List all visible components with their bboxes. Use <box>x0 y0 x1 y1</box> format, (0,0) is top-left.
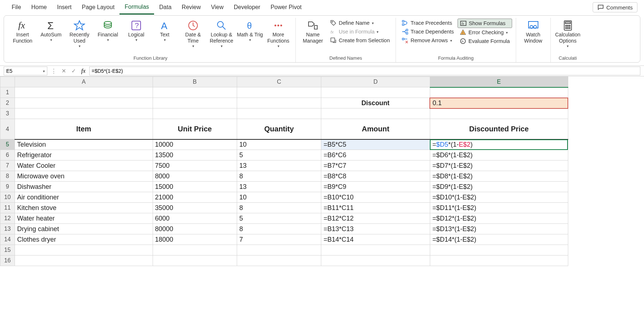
row-header[interactable]: 3 <box>0 108 15 119</box>
cell[interactable]: 8 <box>237 171 321 182</box>
row-header[interactable]: 11 <box>0 203 15 213</box>
cell[interactable]: =B11*C11 <box>321 203 430 213</box>
cell[interactable] <box>430 87 568 98</box>
cell[interactable] <box>237 87 321 98</box>
tab-view[interactable]: View <box>206 0 228 15</box>
cell[interactable]: =$D10*(1-E$2) <box>430 192 568 203</box>
formula-input[interactable]: =$D5*(1-E$2) <box>89 67 640 75</box>
more-icon[interactable]: ⋮ <box>50 68 58 74</box>
row-header[interactable]: 12 <box>0 213 15 224</box>
cell[interactable] <box>153 87 237 98</box>
show-formulas-button[interactable]: fx Show Formulas <box>458 19 512 28</box>
more-functions-button[interactable]: More Functions ▾ <box>264 18 292 50</box>
cell[interactable] <box>237 108 321 119</box>
cell[interactable]: =$D9*(1-E$2) <box>430 182 568 192</box>
cell[interactable]: =B6*C6 <box>321 150 430 161</box>
cell[interactable]: Water Cooler <box>15 161 153 171</box>
cell[interactable]: =B13*C13 <box>321 224 430 234</box>
trace-dependents-button[interactable]: Trace Dependents <box>400 27 456 36</box>
cell[interactable] <box>321 245 430 255</box>
trace-precedents-button[interactable]: Trace Precedents <box>400 19 456 27</box>
cell[interactable]: 80000 <box>153 224 237 234</box>
row-header[interactable]: 4 <box>0 119 15 139</box>
cell[interactable] <box>430 245 568 255</box>
cell[interactable]: 7 <box>237 234 321 245</box>
cell[interactable] <box>15 87 153 98</box>
cell[interactable]: Dishwasher <box>15 182 153 192</box>
cell[interactable]: 8000 <box>153 171 237 182</box>
cell[interactable]: 13 <box>237 182 321 192</box>
name-box[interactable]: E5 ▾ <box>4 67 47 75</box>
cell-discount-value[interactable]: 0.1 <box>430 98 568 108</box>
cell[interactable]: Television <box>15 139 153 150</box>
cell[interactable]: Clothes dryer <box>15 234 153 245</box>
cell[interactable]: =B10*C10 <box>321 192 430 203</box>
row-header[interactable]: 14 <box>0 234 15 245</box>
cell[interactable] <box>321 255 430 266</box>
cell[interactable] <box>15 255 153 266</box>
cell[interactable]: 5 <box>237 150 321 161</box>
header-cell-discounted-price[interactable]: Discounted Price <box>430 119 568 139</box>
cell-discount-label[interactable]: Discount <box>321 98 430 108</box>
cell[interactable]: =B9*C9 <box>321 182 430 192</box>
cell[interactable] <box>15 108 153 119</box>
insert-function-button[interactable]: fx Insert Function <box>8 18 37 45</box>
row-header[interactable]: 1 <box>0 87 15 98</box>
cell[interactable]: 10000 <box>153 139 237 150</box>
col-header-a[interactable]: A <box>15 77 153 87</box>
tab-page-layout[interactable]: Page Layout <box>76 0 119 15</box>
comments-button[interactable]: Comments <box>593 2 637 12</box>
cell[interactable] <box>430 255 568 266</box>
evaluate-formula-button[interactable]: fx Evaluate Formula <box>458 37 512 45</box>
cell[interactable]: =$D8*(1-E$2) <box>430 171 568 182</box>
cell[interactable]: 15000 <box>153 182 237 192</box>
cell[interactable]: 21000 <box>153 192 237 203</box>
cell[interactable]: 7500 <box>153 161 237 171</box>
create-from-selection-button[interactable]: Create from Selection <box>328 36 392 45</box>
cell[interactable]: =B7*C7 <box>321 161 430 171</box>
cell[interactable]: =$D13*(1-E$2) <box>430 224 568 234</box>
col-header-e[interactable]: E <box>430 77 568 87</box>
cell[interactable]: Drying cabinet <box>15 224 153 234</box>
tab-data[interactable]: Data <box>154 0 177 15</box>
cell[interactable] <box>237 255 321 266</box>
cell-active[interactable]: =$D5*(1-E$2) <box>430 139 568 150</box>
row-header[interactable]: 10 <box>0 192 15 203</box>
use-in-formula-button[interactable]: fx Use in Formula ▾ <box>328 27 392 36</box>
tab-power-pivot[interactable]: Power Pivot <box>266 0 307 15</box>
header-cell-unit-price[interactable]: Unit Price <box>153 119 237 139</box>
remove-arrows-button[interactable]: Remove Arrows ▾ <box>400 36 456 45</box>
tab-insert[interactable]: Insert <box>52 0 76 15</box>
date-time-button[interactable]: Date & Time ▾ <box>179 18 207 50</box>
cell[interactable]: =$D11*(1-E$2) <box>430 203 568 213</box>
cell[interactable]: =$D7*(1-E$2) <box>430 161 568 171</box>
cell[interactable] <box>153 108 237 119</box>
cell[interactable] <box>237 98 321 108</box>
cell[interactable]: 10 <box>237 192 321 203</box>
fx-icon[interactable]: fx <box>80 68 87 74</box>
cell[interactable] <box>153 98 237 108</box>
row-header[interactable]: 2 <box>0 98 15 108</box>
recently-used-button[interactable]: Recently Used ▾ <box>65 18 94 50</box>
row-header[interactable]: 6 <box>0 150 15 161</box>
text-button[interactable]: A Text ▾ <box>150 18 179 44</box>
cell[interactable]: =B14*C14 <box>321 234 430 245</box>
error-checking-button[interactable]: ! Error Checking ▾ <box>458 28 512 37</box>
row-header[interactable]: 9 <box>0 182 15 192</box>
cell[interactable]: =B5*C5 <box>321 139 430 150</box>
cell[interactable] <box>237 245 321 255</box>
cell[interactable] <box>430 108 568 119</box>
cell[interactable]: =$D6*(1-E$2) <box>430 150 568 161</box>
cell[interactable]: 13500 <box>153 150 237 161</box>
cell[interactable]: 18000 <box>153 234 237 245</box>
row-header[interactable]: 5 <box>0 139 15 150</box>
header-cell-item[interactable]: Item <box>15 119 153 139</box>
select-all-corner[interactable] <box>0 77 15 87</box>
header-cell-amount[interactable]: Amount <box>321 119 430 139</box>
cell[interactable]: 5 <box>237 213 321 224</box>
cell[interactable] <box>153 245 237 255</box>
logical-button[interactable]: ? Logical ▾ <box>122 18 150 44</box>
watch-window-button[interactable]: Watch Window <box>519 18 547 45</box>
tab-formulas[interactable]: Formulas <box>119 0 154 15</box>
row-header[interactable]: 8 <box>0 171 15 182</box>
